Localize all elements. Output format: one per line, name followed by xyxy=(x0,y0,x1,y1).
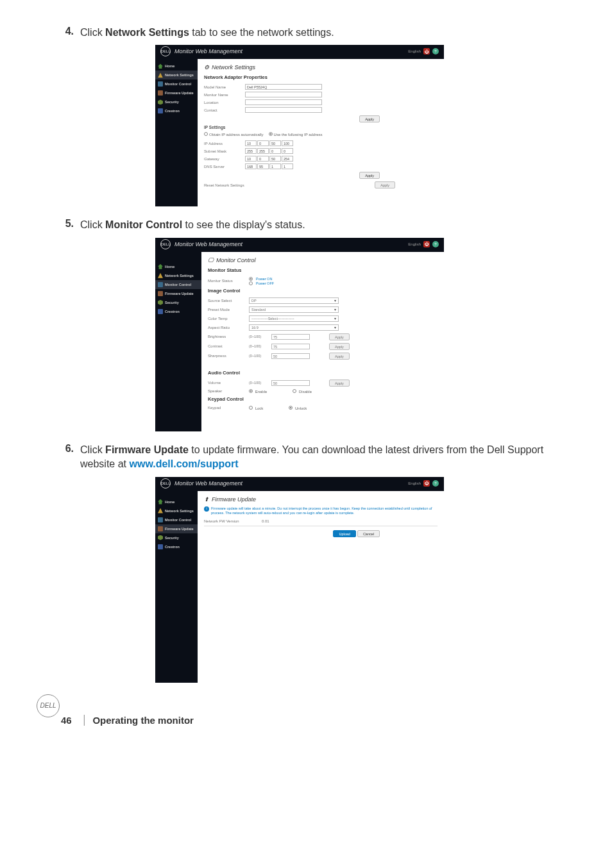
speaker-enable-option[interactable]: Enable xyxy=(249,389,267,394)
sidebar-item-network[interactable]: Network Settings xyxy=(155,71,198,79)
speaker-label: Speaker xyxy=(208,389,249,393)
page-title: ⚙Network Settings xyxy=(204,64,438,71)
dns-octet-3[interactable]: 1 xyxy=(269,163,281,169)
chevron-down-icon: ▾ xyxy=(334,325,336,330)
sidebar-item-network[interactable]: Network Settings xyxy=(155,271,201,280)
sidebar-item-firmware[interactable]: Firmware Update xyxy=(155,289,201,298)
gateway-octet-2[interactable]: 0 xyxy=(257,156,269,162)
cancel-button[interactable]: Cancel xyxy=(357,530,380,537)
radio-obtain-auto[interactable]: Obtain IP address automatically xyxy=(204,132,264,137)
gateway-octet-4[interactable]: 254 xyxy=(282,156,293,162)
location-input[interactable] xyxy=(245,99,322,105)
sidebar-item-home[interactable]: Home xyxy=(155,497,198,506)
radio-use-following[interactable]: Use the following IP address xyxy=(269,132,323,137)
sidebar-item-home[interactable]: Home xyxy=(155,262,201,271)
ip-octet-3[interactable]: 50 xyxy=(269,140,281,146)
color-temp-dropdown[interactable]: --------------Select--------------▾ xyxy=(249,315,339,322)
apply-volume-button[interactable]: Apply xyxy=(329,380,350,387)
keypad-lock-option[interactable]: Lock xyxy=(249,406,263,410)
app-title: Monitor Web Management xyxy=(174,48,242,54)
monitor-status-heading: Monitor Status xyxy=(208,267,438,273)
t: Network Settings xyxy=(212,64,255,71)
gateway-octet-1[interactable]: 10 xyxy=(245,156,257,162)
sidebar-item-firmware[interactable]: Firmware Update xyxy=(155,524,198,533)
opt-label: Enable xyxy=(255,390,268,394)
model-name-input[interactable]: Dell P5524Q xyxy=(245,84,322,90)
help-icon[interactable]: ? xyxy=(432,241,439,247)
brightness-label: Brightness xyxy=(208,335,249,338)
screenshot-monitor-control: DELL Monitor Web Management English ⏻ ? … xyxy=(155,238,444,431)
upload-button[interactable]: Upload xyxy=(333,530,355,537)
t-bold: Monitor Control xyxy=(105,219,182,230)
help-icon[interactable]: ? xyxy=(432,480,439,487)
subnet-octet-4[interactable]: 0 xyxy=(282,148,293,154)
sidebar-item-crestron[interactable]: Crestron xyxy=(155,106,198,115)
sidebar-item-network[interactable]: Network Settings xyxy=(155,506,198,515)
screenshot-network-settings: DELL Monitor Web Management English ⏻ ? … xyxy=(155,45,444,206)
sidebar-item-security[interactable]: Security xyxy=(155,298,201,307)
speaker-disable-option[interactable]: Disable xyxy=(293,389,312,394)
sidebar-item-crestron[interactable]: Crestron xyxy=(155,307,201,316)
sidebar-item-firmware[interactable]: Firmware Update xyxy=(155,88,198,97)
aspect-ratio-dropdown[interactable]: 16:9▾ xyxy=(249,324,339,331)
support-link[interactable]: www.dell.com/support xyxy=(129,458,238,469)
sidebar-item-home[interactable]: Home xyxy=(155,62,198,71)
t: Click xyxy=(80,27,105,38)
volume-input[interactable]: 50 xyxy=(271,380,310,386)
apply-contrast-button[interactable]: Apply xyxy=(329,343,350,350)
source-select-dropdown[interactable]: DP▾ xyxy=(249,297,339,304)
power-on-option[interactable]: Power ON xyxy=(249,277,274,281)
subnet-octet-3[interactable]: 0 xyxy=(269,148,281,154)
logout-icon[interactable]: ⏻ xyxy=(423,241,430,247)
firmware-info-box: i Firmware update will take about a minu… xyxy=(204,506,438,515)
help-icon[interactable]: ? xyxy=(432,48,439,54)
sidebar: Home Network Settings Monitor Control Fi… xyxy=(155,59,198,206)
nav-label: Security xyxy=(165,536,179,540)
source-select-label: Source Select xyxy=(208,299,249,303)
preset-mode-dropdown[interactable]: Standard▾ xyxy=(249,306,339,313)
sidebar-item-crestron[interactable]: Crestron xyxy=(155,542,198,551)
reset-apply-button[interactable]: Apply xyxy=(375,181,395,188)
logout-icon[interactable]: ⏻ xyxy=(423,480,430,487)
language-label[interactable]: English xyxy=(408,242,421,246)
t: to see the display's status. xyxy=(182,219,305,230)
fw-version-value: 0.01 xyxy=(262,519,269,523)
apply-sharpness-button[interactable]: Apply xyxy=(329,353,350,360)
monitor-status-label: Monitor Status xyxy=(208,279,249,283)
ip-octet-1[interactable]: 10 xyxy=(245,140,257,146)
keypad-unlock-option[interactable]: Unlock xyxy=(289,406,307,410)
dns-octet-4[interactable]: 1 xyxy=(282,163,293,169)
subnet-octet-1[interactable]: 255 xyxy=(245,148,257,154)
sidebar-item-security[interactable]: Security xyxy=(155,533,198,542)
sharpness-input[interactable]: 50 xyxy=(271,353,310,359)
home-icon xyxy=(158,63,163,69)
apply-brightness-button[interactable]: Apply xyxy=(329,333,350,340)
t-bold: Firmware Update xyxy=(105,444,189,455)
sidebar-item-monitor[interactable]: Monitor Control xyxy=(155,79,198,88)
monitor-icon xyxy=(158,517,163,522)
dns-octet-1[interactable]: 168 xyxy=(245,163,257,169)
step-number: 6. xyxy=(61,443,74,472)
contact-label: Contact xyxy=(204,108,245,112)
ip-octet-2[interactable]: 0 xyxy=(257,140,269,146)
dns-octet-2[interactable]: 95 xyxy=(257,163,269,169)
radio-icon xyxy=(289,406,293,410)
ip-octet-4[interactable]: 100 xyxy=(282,140,293,146)
sidebar-item-security[interactable]: Security xyxy=(155,97,198,106)
sidebar-item-monitor[interactable]: Monitor Control xyxy=(155,280,201,289)
subnet-octet-2[interactable]: 255 xyxy=(257,148,269,154)
language-label[interactable]: English xyxy=(408,481,421,485)
power-off-option[interactable]: Power OFF xyxy=(249,281,274,285)
contact-input[interactable] xyxy=(245,107,322,113)
contrast-input[interactable]: 75 xyxy=(271,344,310,349)
sidebar-item-monitor[interactable]: Monitor Control xyxy=(155,515,198,524)
logout-icon[interactable]: ⏻ xyxy=(423,48,430,54)
brightness-input[interactable]: 75 xyxy=(271,334,310,340)
apply-properties-button[interactable]: Apply xyxy=(359,115,380,122)
language-label[interactable]: English xyxy=(408,49,421,53)
gateway-octet-3[interactable]: 50 xyxy=(269,156,281,162)
crestron-icon xyxy=(158,108,163,113)
apply-ip-button[interactable]: Apply xyxy=(359,172,380,179)
monitor-name-input[interactable] xyxy=(245,92,322,97)
crestron-icon xyxy=(158,544,163,549)
